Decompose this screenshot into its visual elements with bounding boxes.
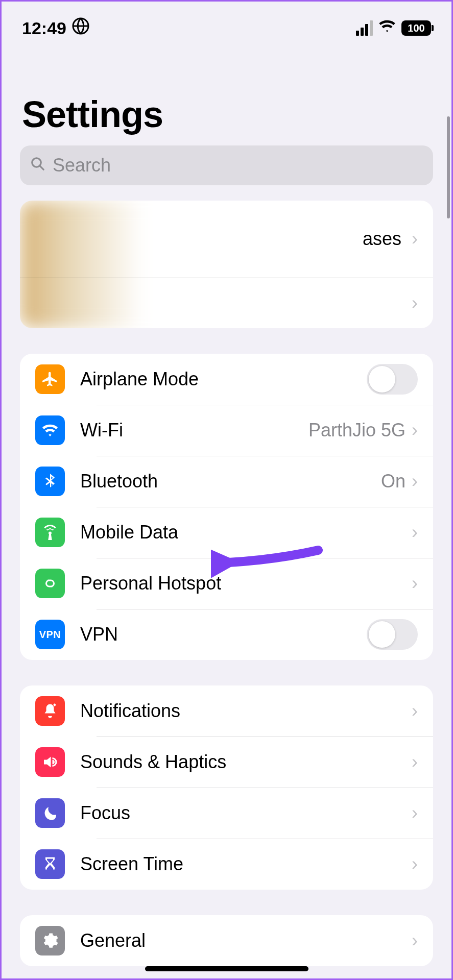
- system-group: General ›: [20, 915, 433, 966]
- search-icon: [30, 155, 45, 176]
- mobile-data-row[interactable]: Mobile Data ›: [20, 507, 433, 558]
- row-label: Notifications: [80, 700, 412, 722]
- status-right: 100: [356, 17, 431, 39]
- row-label: VPN: [80, 624, 367, 645]
- vpn-icon: VPN: [35, 620, 65, 649]
- vpn-row[interactable]: VPN VPN: [20, 609, 433, 660]
- search-placeholder: Search: [53, 155, 111, 176]
- link-icon: [35, 569, 65, 598]
- airplane-icon: [35, 364, 65, 394]
- notifications-row[interactable]: Notifications ›: [20, 685, 433, 737]
- clock: 12:49: [22, 18, 66, 38]
- row-label: General: [80, 930, 412, 951]
- focus-row[interactable]: Focus ›: [20, 788, 433, 839]
- hourglass-icon: [35, 849, 65, 879]
- status-bar: 12:49 100: [2, 2, 451, 42]
- cellular-signal-icon: [356, 20, 373, 36]
- scroll-indicator[interactable]: [447, 116, 450, 218]
- wifi-status-icon: [378, 17, 396, 39]
- chevron-right-icon: ›: [412, 573, 418, 594]
- row-label: Wi-Fi: [80, 420, 308, 441]
- moon-icon: [35, 798, 65, 828]
- airplane-toggle[interactable]: [367, 364, 418, 395]
- bluetooth-icon: [35, 467, 65, 496]
- vpn-toggle[interactable]: [367, 619, 418, 650]
- chevron-right-icon: ›: [412, 802, 418, 824]
- page-title: Settings: [2, 42, 451, 145]
- bell-icon: [35, 696, 65, 726]
- row-value: ParthJio 5G: [308, 420, 406, 441]
- row-label: Bluetooth: [80, 471, 381, 492]
- attention-group: Notifications › Sounds & Haptics › Focus…: [20, 685, 433, 890]
- apple-id-subtitle: ases: [363, 228, 401, 250]
- general-row[interactable]: General ›: [20, 915, 433, 966]
- svg-line-2: [40, 166, 44, 170]
- antenna-icon: [35, 518, 65, 547]
- bluetooth-row[interactable]: Bluetooth On ›: [20, 456, 433, 507]
- chevron-right-icon: ›: [412, 420, 418, 441]
- sounds-row[interactable]: Sounds & Haptics ›: [20, 737, 433, 788]
- wifi-icon: [35, 415, 65, 445]
- apple-id-section[interactable]: ases › ›: [20, 201, 433, 328]
- row-label: Mobile Data: [80, 522, 412, 543]
- chevron-right-icon: ›: [412, 853, 418, 875]
- wifi-row[interactable]: Wi-Fi ParthJio 5G ›: [20, 405, 433, 456]
- airplane-mode-row[interactable]: Airplane Mode: [20, 354, 433, 405]
- chevron-right-icon: ›: [412, 700, 418, 722]
- chevron-right-icon: ›: [412, 930, 418, 951]
- row-label: Personal Hotspot: [80, 573, 412, 594]
- speaker-icon: [35, 747, 65, 777]
- row-label: Screen Time: [80, 853, 412, 875]
- search-input[interactable]: Search: [20, 145, 433, 185]
- battery-icon: 100: [401, 20, 431, 36]
- screentime-row[interactable]: Screen Time ›: [20, 839, 433, 890]
- row-value: On: [381, 471, 406, 492]
- connectivity-group: Airplane Mode Wi-Fi ParthJio 5G › Blueto…: [20, 354, 433, 660]
- chevron-right-icon: ›: [412, 751, 418, 773]
- chevron-right-icon: ›: [412, 522, 418, 543]
- gear-icon: [35, 926, 65, 955]
- globe-icon: [71, 17, 90, 39]
- row-label: Sounds & Haptics: [80, 751, 412, 773]
- chevron-right-icon: ›: [412, 292, 418, 314]
- home-indicator[interactable]: [145, 966, 308, 971]
- hotspot-row[interactable]: Personal Hotspot ›: [20, 558, 433, 609]
- row-label: Focus: [80, 802, 412, 824]
- status-left: 12:49: [22, 17, 90, 39]
- chevron-right-icon: ›: [412, 471, 418, 492]
- row-label: Airplane Mode: [80, 369, 367, 390]
- chevron-right-icon: ›: [412, 228, 418, 250]
